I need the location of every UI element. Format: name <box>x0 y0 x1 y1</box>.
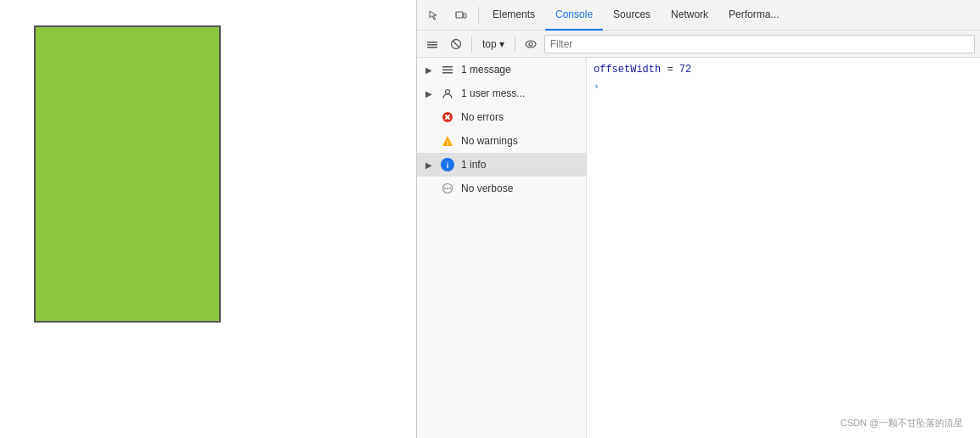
tab-sources[interactable]: Sources <box>603 0 661 31</box>
filter-arrow-user: ▶ <box>425 89 434 98</box>
error-icon <box>441 110 454 124</box>
context-selector[interactable]: top ▾ <box>477 36 510 52</box>
green-box <box>34 25 221 323</box>
page-preview <box>0 0 416 438</box>
filter-item-user[interactable]: ▶ 1 user mess... <box>417 81 586 105</box>
tab-elements[interactable]: Elements <box>482 0 545 31</box>
warning-icon: ! <box>441 134 454 148</box>
list-icon <box>441 63 454 76</box>
svg-point-21 <box>444 188 446 189</box>
eye-icon[interactable] <box>521 34 541 54</box>
tab-performance[interactable]: Performa... <box>718 0 789 31</box>
filter-item-errors[interactable]: ▶ No errors <box>417 105 586 129</box>
filter-item-warnings[interactable]: ▶ ! No warnings <box>417 129 586 153</box>
filter-label-warnings: No warnings <box>461 135 577 147</box>
svg-rect-2 <box>427 42 437 43</box>
info-icon: i <box>441 158 454 171</box>
svg-point-8 <box>529 42 532 46</box>
svg-rect-1 <box>464 14 466 18</box>
user-icon <box>441 87 454 100</box>
svg-rect-3 <box>427 44 437 46</box>
verbose-icon <box>441 182 454 195</box>
svg-text:i: i <box>447 161 449 170</box>
svg-rect-0 <box>456 12 463 18</box>
filter-label-verbose: No verbose <box>461 182 577 194</box>
inspect-element-icon[interactable] <box>422 3 446 27</box>
context-dropdown-arrow: ▾ <box>499 38 504 50</box>
filter-label-user: 1 user mess... <box>461 87 577 99</box>
filter-arrow: ▶ <box>425 65 434 75</box>
svg-rect-10 <box>442 70 453 71</box>
filter-panel: ▶ 1 message ▶ <box>417 58 587 438</box>
filter-label-message: 1 message <box>461 64 577 76</box>
console-output: offsetWidth = 72 › <box>587 58 980 438</box>
tab-network[interactable]: Network <box>661 0 718 31</box>
tab-separator <box>478 7 479 24</box>
svg-text:!: ! <box>447 139 449 147</box>
filter-item-message[interactable]: ▶ 1 message <box>417 58 586 81</box>
console-content: ▶ 1 message ▶ <box>417 58 980 438</box>
svg-point-22 <box>447 188 448 189</box>
console-line-chevron[interactable]: › <box>587 78 980 95</box>
context-label: top <box>482 38 497 50</box>
svg-line-6 <box>453 41 459 48</box>
filter-item-verbose[interactable]: ▶ No verbose <box>417 177 586 200</box>
svg-point-23 <box>449 188 451 189</box>
devtools-tabs: Elements Console Sources Network Perform… <box>417 0 980 31</box>
console-input-chevron[interactable]: › <box>594 81 600 92</box>
svg-rect-11 <box>442 72 453 74</box>
console-line-1: offsetWidth = 72 <box>587 61 980 78</box>
clear-console-button[interactable] <box>422 34 442 54</box>
toolbar-separator <box>471 36 472 52</box>
watermark: CSDN @一颗不甘坠落的流星 <box>841 417 963 430</box>
svg-point-12 <box>446 90 450 94</box>
devtools-panel: Elements Console Sources Network Perform… <box>416 0 980 438</box>
block-icon[interactable] <box>446 34 466 54</box>
console-toolbar: top ▾ <box>417 31 980 58</box>
toolbar-separator-2 <box>515 36 515 52</box>
filter-item-info[interactable]: ▶ i 1 info <box>417 153 586 177</box>
console-code-text: offsetWidth = 72 <box>594 64 691 76</box>
filter-label-errors: No errors <box>461 111 577 123</box>
filter-input[interactable] <box>544 35 975 53</box>
svg-point-7 <box>526 41 536 48</box>
filter-label-info: 1 info <box>461 159 577 171</box>
filter-arrow-info: ▶ <box>425 160 434 170</box>
tab-console[interactable]: Console <box>545 0 603 31</box>
svg-rect-4 <box>427 47 437 48</box>
svg-rect-9 <box>442 66 453 68</box>
device-toggle-icon[interactable] <box>449 3 473 27</box>
